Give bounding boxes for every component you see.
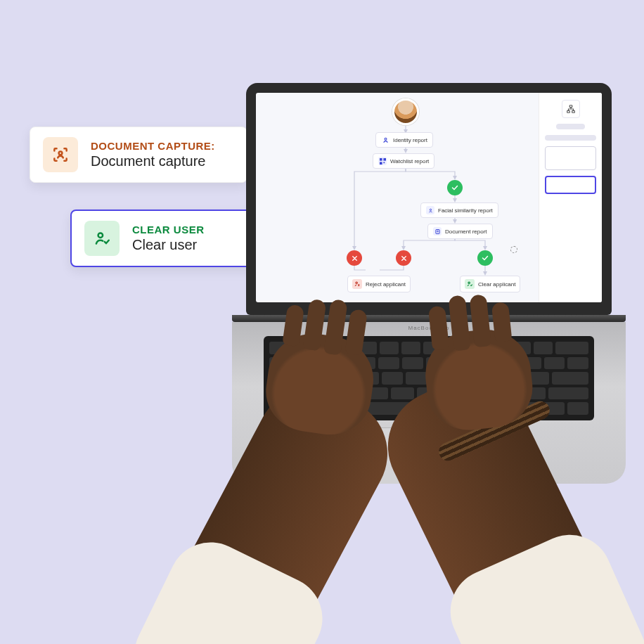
- user-check-icon: [84, 221, 120, 256]
- svg-rect-20: [383, 162, 385, 163]
- svg-point-25: [356, 282, 358, 284]
- decision-fail-icon: [347, 250, 362, 266]
- node-label: Identity report: [393, 137, 427, 143]
- sitemap-icon-button[interactable]: [562, 100, 580, 118]
- placeholder-line: [545, 135, 596, 141]
- node-clear-applicant[interactable]: Clear applicant: [460, 276, 520, 292]
- applicant-avatar: [392, 98, 419, 125]
- callout-title: CLEAR USER: [132, 224, 205, 236]
- callout-subtitle: Document capture: [91, 153, 215, 169]
- identity-icon: [381, 136, 389, 144]
- svg-rect-28: [567, 110, 569, 112]
- node-label: Watchlist report: [390, 158, 429, 165]
- decision-pass-icon: [447, 180, 463, 195]
- svg-point-26: [468, 282, 470, 284]
- panel-field[interactable]: [545, 146, 596, 170]
- cursor-target-icon: [510, 246, 517, 253]
- scan-icon: [43, 137, 78, 172]
- callout-title: DOCUMENT CAPTURE:: [91, 140, 215, 152]
- qr-icon: [378, 157, 387, 165]
- workflow-canvas[interactable]: Identity report Watchlist report Facial …: [256, 93, 539, 302]
- node-facial-similarity[interactable]: Facial similarity report: [420, 202, 498, 218]
- user-check-icon: [465, 279, 475, 289]
- node-watchlist-report[interactable]: Watchlist report: [373, 153, 434, 169]
- callout-subtitle: Clear user: [132, 237, 205, 253]
- svg-rect-27: [569, 105, 572, 108]
- svg-point-16: [385, 138, 387, 140]
- svg-rect-18: [383, 158, 386, 161]
- svg-rect-19: [380, 162, 382, 165]
- callout-clear-user[interactable]: CLEAR USER Clear user: [70, 210, 255, 267]
- svg-rect-29: [572, 110, 574, 112]
- node-label: Reject applicant: [366, 281, 406, 288]
- svg-point-1: [98, 233, 103, 238]
- svg-point-0: [59, 151, 63, 155]
- face-icon: [426, 206, 434, 214]
- user-x-icon: [352, 279, 362, 289]
- properties-panel: [539, 93, 602, 302]
- node-document-report[interactable]: Document report: [427, 224, 493, 239]
- app-screen: Identity report Watchlist report Facial …: [256, 93, 602, 302]
- svg-rect-17: [380, 158, 382, 161]
- panel-field-active[interactable]: [545, 176, 596, 194]
- placeholder-line: [556, 124, 584, 129]
- node-reject-applicant[interactable]: Reject applicant: [347, 276, 411, 292]
- node-identity-report[interactable]: Identity report: [375, 132, 433, 148]
- callout-document-capture: DOCUMENT CAPTURE: Document capture: [30, 127, 247, 183]
- document-icon: [433, 227, 442, 236]
- laptop-lid: Identity report Watchlist report Facial …: [246, 83, 612, 315]
- svg-point-21: [430, 209, 431, 210]
- node-label: Facial similarity report: [438, 207, 493, 214]
- node-label: Document report: [445, 228, 487, 235]
- node-label: Clear applicant: [478, 281, 515, 288]
- decision-fail-icon: [396, 250, 411, 266]
- decision-pass-icon: [477, 250, 493, 266]
